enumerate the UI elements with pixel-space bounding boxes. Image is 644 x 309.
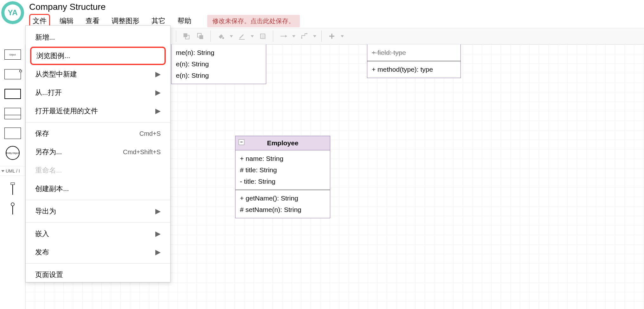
shapes-section-label: UML / I [6,168,20,174]
shadow-icon[interactable] [257,30,268,42]
shape-lollipop[interactable] [4,183,22,195]
submenu-arrow-icon: ▶ [155,70,161,78]
add-icon[interactable] [326,30,338,42]
line-color-icon[interactable] [236,30,248,42]
shape-object[interactable]: Object [4,48,22,61]
shape-component[interactable] [4,68,22,81]
svg-point-10 [306,33,307,34]
menu-help[interactable]: 帮助 [175,15,194,27]
uml-method: e(n): String [176,58,261,70]
avatar[interactable]: YA [1,1,24,24]
menu-item-save-as[interactable]: 另存为...Cmd+Shift+S [26,143,170,161]
to-back-icon[interactable] [195,30,206,42]
app-header: YA Company Structure 文件 编辑 查看 调整图形 其它 帮助… [0,0,644,28]
uml-method: # setName(n): String [240,204,325,215]
connection-icon[interactable] [278,30,289,42]
save-notice[interactable]: 修改未保存。点击此处保存。 [207,15,300,27]
menu-item-browse-templates[interactable]: 浏览图例... [30,47,166,65]
file-menu-dropdown: 新增... 浏览图例... 从类型中新建▶ 从...打开▶ 打开最近使用的文件▶… [25,25,171,282]
shape-interface[interactable] [4,127,22,140]
shapes-section-uml[interactable]: UML / I [0,166,25,176]
shape-entity[interactable]: Entity Object [4,147,22,159]
menu-item-make-copy[interactable]: 创建副本... [26,180,170,198]
shape-class[interactable] [4,88,22,100]
uml-field: + name: String [240,153,325,164]
svg-point-9 [301,37,302,39]
svg-point-15 [11,203,14,206]
menu-item-export[interactable]: 导出为▶ [26,202,170,220]
fill-color-dropdown-icon[interactable] [229,35,234,37]
svg-point-4 [222,37,224,39]
menu-item-new-from-type[interactable]: 从类型中新建▶ [26,65,170,83]
uml-class-employee[interactable]: – Employee + name: String # title: Strin… [235,136,330,218]
menu-item-embed[interactable]: 嵌入▶ [26,225,170,243]
connection-dropdown-icon[interactable] [292,35,296,37]
chevron-down-icon [1,170,4,172]
menu-item-save[interactable]: 保存Cmd+S [26,124,170,143]
uml-class-partial-right[interactable]: + field: type + method(type): type [367,44,461,78]
svg-rect-13 [11,183,15,185]
svg-rect-5 [239,39,245,40]
uml-method: me(n): String [176,47,261,58]
submenu-arrow-icon: ▶ [155,230,161,238]
svg-rect-3 [199,35,203,39]
menu-item-publish[interactable]: 发布▶ [26,243,170,261]
uml-field: - title: String [240,176,325,187]
uml-method: e(n): String [176,70,261,81]
toolbar [171,28,644,44]
add-dropdown-icon[interactable] [340,35,345,37]
shortcut-label: Cmd+S [139,130,161,137]
shape-table[interactable] [4,107,22,120]
menu-item-rename: 重命名... [26,161,170,180]
submenu-arrow-icon: ▶ [155,89,161,97]
svg-rect-7 [261,35,266,39]
submenu-arrow-icon: ▶ [155,207,161,215]
submenu-arrow-icon: ▶ [155,248,161,256]
menu-item-new[interactable]: 新增... [26,28,170,47]
menu-item-open-from[interactable]: 从...打开▶ [26,83,170,102]
menu-item-open-recent[interactable]: 打开最近使用的文件▶ [26,102,170,120]
fill-color-icon[interactable] [215,30,227,42]
shortcut-label: Cmd+Shift+S [123,148,161,156]
uml-method: + method(type): type [372,64,456,75]
uml-class-title: – Employee [235,136,330,150]
to-front-icon[interactable] [181,30,192,42]
uml-field: + field: type [372,47,456,58]
line-color-dropdown-icon[interactable] [250,35,254,37]
submenu-arrow-icon: ▶ [155,107,161,115]
collapse-icon[interactable]: – [239,139,244,145]
avatar-initials: YA [4,4,21,21]
uml-field: # title: String [240,164,325,176]
page-title[interactable]: Company Structure [29,0,644,13]
waypoint-dropdown-icon[interactable] [312,35,317,37]
uml-method: + getName(): String [240,193,325,204]
shape-required[interactable] [4,202,22,215]
uml-class-partial-left[interactable]: me(n): String e(n): String e(n): String [171,44,266,84]
shapes-sidebar: Object Entity Object UML / I [0,44,25,309]
menu-item-page-setup[interactable]: 页面设置 [26,266,170,279]
waypoint-icon[interactable] [299,30,310,42]
